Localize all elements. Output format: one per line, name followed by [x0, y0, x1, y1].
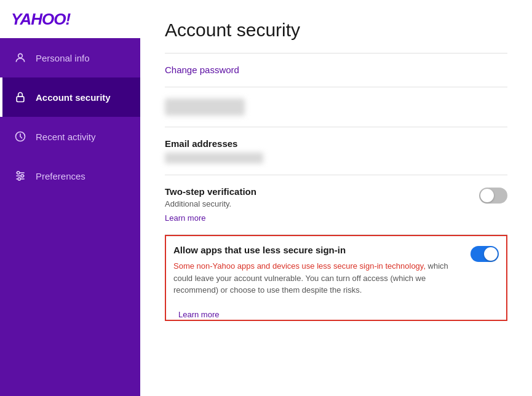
sidebar-item-label-personal-info: Personal info	[36, 53, 90, 63]
two-step-toggle[interactable]	[479, 188, 507, 204]
two-step-row: Two-step verification Additional securit…	[165, 186, 507, 223]
sidebar-item-label-account-security: Account security	[36, 92, 111, 103]
yahoo-logo: YAHOO!	[11, 10, 70, 29]
blurred-section	[165, 87, 507, 127]
svg-point-6	[17, 172, 20, 174]
two-step-subtitle: Additional security.	[165, 199, 479, 208]
sliders-icon	[14, 169, 27, 183]
allow-apps-section: Allow apps that use less secure sign-in …	[165, 235, 507, 321]
main-content-area: Account security Change password Email a…	[140, 0, 532, 396]
logo-area: YAHOO!	[0, 0, 140, 38]
sidebar-item-preferences[interactable]: Preferences	[0, 156, 140, 196]
two-step-learn-more-link[interactable]: Learn more	[165, 213, 205, 223]
allow-apps-learn-more-link[interactable]: Learn more	[178, 310, 219, 319]
change-password-link[interactable]: Change password	[165, 65, 239, 75]
blurred-email	[165, 152, 263, 164]
allow-apps-toggle-knob	[484, 247, 498, 261]
person-icon	[14, 51, 27, 65]
two-step-section: Two-step verification Additional securit…	[165, 175, 507, 235]
allow-apps-learn-more-area: Learn more	[173, 300, 499, 320]
allow-apps-title: Allow apps that use less secure sign-in	[173, 245, 458, 255]
svg-rect-1	[17, 97, 24, 101]
email-section: Email addresses	[165, 127, 507, 175]
sidebar-item-personal-info[interactable]: Personal info	[0, 38, 140, 77]
allow-apps-info: Allow apps that use less secure sign-in …	[173, 245, 470, 300]
lock-icon	[14, 90, 27, 104]
svg-point-8	[18, 178, 20, 180]
main-content: Account security Change password Email a…	[140, 0, 532, 396]
blurred-phone	[165, 98, 245, 116]
allow-apps-row: Allow apps that use less secure sign-in …	[173, 245, 499, 300]
change-password-section: Change password	[165, 53, 507, 87]
page-title: Account security	[165, 20, 507, 41]
clock-icon	[14, 130, 27, 143]
two-step-toggle-knob	[480, 189, 494, 202]
two-step-title: Two-step verification	[165, 186, 479, 197]
two-step-info: Two-step verification Additional securit…	[165, 186, 479, 223]
sidebar-item-recent-activity[interactable]: Recent activity	[0, 117, 140, 156]
sidebar-item-account-security[interactable]: Account security	[0, 77, 140, 117]
allow-apps-toggle[interactable]	[470, 246, 499, 262]
sidebar-item-label-recent-activity: Recent activity	[36, 132, 96, 142]
sidebar: YAHOO! Personal info Account security Re…	[0, 0, 140, 396]
svg-point-0	[18, 53, 23, 58]
sidebar-item-label-preferences: Preferences	[36, 171, 85, 181]
email-section-label: Email addresses	[165, 138, 507, 149]
allow-apps-desc-highlight: Some non-Yahoo apps and devices use less…	[173, 261, 426, 271]
allow-apps-desc: Some non-Yahoo apps and devices use less…	[173, 260, 458, 296]
svg-point-7	[21, 175, 23, 177]
